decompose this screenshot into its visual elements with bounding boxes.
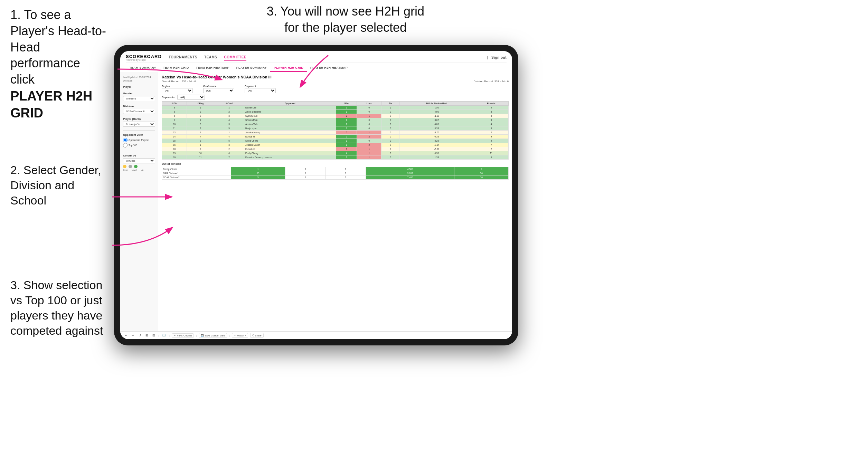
nav-pipe: |: [487, 56, 488, 59]
tab-player-h2h-heatmap[interactable]: PLAYER H2H HEATMAP: [307, 64, 351, 72]
table-row: 5 2 2 Alexis Sudjianto 1 0 0 4.00 3: [162, 110, 509, 114]
nav-committee[interactable]: COMMITTEE: [224, 54, 247, 61]
col-opponent: Opponent: [244, 102, 336, 106]
grid-subtitle: Overall Record: 353 - 34 - 6 Division Re…: [162, 80, 509, 83]
cell-tie: 0: [381, 147, 399, 151]
cell-reg: 2: [187, 110, 214, 114]
nav-teams[interactable]: TEAMS: [204, 54, 217, 61]
cell-diff: 3.33: [399, 126, 474, 131]
cell-opponent: Andrea York: [244, 122, 336, 126]
cell-reg: 7: [187, 135, 214, 139]
share-btn[interactable]: ⬡ Share: [250, 333, 264, 338]
conference-select[interactable]: (All): [203, 88, 234, 93]
cell-diff: 3.25: [399, 139, 474, 143]
player-rank-select[interactable]: 8. Katelyn Vo: [123, 122, 155, 127]
nav-right: | Sign out: [487, 54, 507, 61]
opponent-select[interactable]: (All): [245, 88, 276, 93]
clock-btn[interactable]: 🕐: [161, 333, 167, 337]
opponents-select[interactable]: (All): [177, 95, 205, 100]
watch-btn[interactable]: 👁 Watch ▾: [232, 333, 248, 338]
cell-rounds: 2: [474, 131, 509, 135]
cell-opponent: Euna Lee: [244, 147, 336, 151]
cell-rounds: 4: [474, 139, 509, 143]
bottom-instructions: 2. Select Gender, Division and School 3.…: [0, 162, 114, 349]
tab-team-h2h-heatmap[interactable]: TEAM H2H HEATMAP: [192, 64, 233, 72]
cell-diff: -0.94: [399, 143, 474, 147]
cell-conf: 5: [214, 126, 244, 131]
cell-opponent: Stella Cheng: [244, 139, 336, 143]
cell-div: 20: [162, 155, 187, 160]
colour-select[interactable]: Win/loss: [123, 158, 155, 163]
tab-team-h2h-grid[interactable]: TEAM H2H GRID: [160, 64, 192, 72]
cell-div: 5: [162, 110, 187, 114]
undo-btn[interactable]: ↩: [124, 333, 129, 337]
tab-player-h2h-grid[interactable]: PLAYER H2H GRID: [270, 64, 307, 72]
table-row: 10 6 3 Andrea York 2 0 0 4.00 4: [162, 122, 509, 126]
cell-diff: -1.00: [399, 114, 474, 118]
out-div-rounds: 10: [454, 175, 509, 180]
radio-top100-input[interactable]: [123, 143, 128, 147]
cell-reg: 3: [187, 114, 214, 118]
cell-conf: 4: [214, 118, 244, 122]
division-select[interactable]: NCAA Division III NCAA Division I NCAA D…: [123, 109, 155, 114]
sidebar: Last Updated: 27/03/2024 16:55:38 Player…: [120, 72, 158, 331]
cell-div: 10: [162, 122, 187, 126]
tab-team-summary[interactable]: TEAM SUMMARY: [126, 64, 160, 72]
out-div-diff: 4.500: [366, 167, 454, 171]
cell-tie: 0: [381, 110, 399, 114]
h2h-table: # Div # Reg # Conf Opponent Win Loss Tie…: [162, 101, 509, 160]
cell-div: 6: [162, 114, 187, 118]
nav-tournaments[interactable]: TOURNAMENTS: [169, 54, 197, 61]
cell-rounds: 2: [474, 147, 509, 151]
colour-dots: [123, 165, 155, 168]
col-div: # Div: [162, 102, 187, 106]
cell-loss: 0: [357, 110, 381, 114]
division-label: Division: [123, 105, 155, 108]
redo-btn[interactable]: ↩: [131, 333, 135, 337]
cell-tie: 0: [381, 122, 399, 126]
cell-loss: 1: [357, 114, 381, 118]
col-reg: # Reg: [187, 102, 214, 106]
table-row: 11 2 5 Heejo Hyun 1 0 0 3.33 3: [162, 126, 509, 131]
out-div-loss: 0: [285, 175, 326, 180]
cell-win: 0: [336, 114, 357, 118]
opponent-view-section: Opponent view Opponents Played Top 100: [123, 133, 155, 147]
colour-section: Colour by Win/loss Down Level Up: [123, 154, 155, 171]
gender-select[interactable]: Women's Men's: [123, 96, 155, 101]
out-div-row: Foreign Team 1 0 0 4.500 2: [162, 167, 509, 171]
cell-reg: 10: [187, 151, 214, 155]
out-div-team: Foreign Team: [162, 167, 231, 171]
cell-reg: 2: [187, 126, 214, 131]
cell-win: 1: [336, 143, 357, 147]
table-row: 15 8 5 Stella Cheng 1 0 0 3.25 4: [162, 139, 509, 143]
cell-win: 4: [336, 151, 357, 155]
cell-reg: 2: [187, 147, 214, 151]
sign-out[interactable]: Sign out: [491, 54, 507, 61]
cell-diff: 0.38: [399, 135, 474, 139]
copy-btn[interactable]: ⊞: [144, 333, 149, 337]
cell-conf: 6: [214, 151, 244, 155]
radio-opponents-played[interactable]: Opponents Played: [123, 138, 155, 142]
cell-tie: 0: [381, 155, 399, 160]
save-custom-btn[interactable]: 💾 Save Custom View: [199, 333, 227, 338]
opponents-row: Opponents: (All): [162, 95, 509, 100]
col-rounds: Rounds: [474, 102, 509, 106]
player-section: Player: [123, 85, 155, 88]
cell-diff: 4.00: [399, 110, 474, 114]
table-row: 9 1 4 Sharon Mun 1 0 0 3.67 3: [162, 118, 509, 122]
cell-diff: 4.00: [399, 122, 474, 126]
tab-player-summary[interactable]: PLAYER SUMMARY: [233, 64, 271, 72]
cell-win: 1: [336, 110, 357, 114]
cell-win: 2: [336, 122, 357, 126]
cell-conf: 3: [214, 143, 244, 147]
undo2-btn[interactable]: ↺: [138, 333, 142, 337]
radio-top100[interactable]: Top 100: [123, 143, 155, 147]
view-original-btn[interactable]: 👁 View: Original: [172, 333, 194, 338]
cell-reg: 1: [187, 118, 214, 122]
radio-opponents-played-input[interactable]: [123, 138, 128, 142]
region-select[interactable]: (All): [162, 88, 193, 93]
out-div-loss: 0: [285, 167, 326, 171]
paste-btn[interactable]: ⊡: [151, 333, 156, 337]
cell-loss: 1: [357, 155, 381, 160]
cell-conf: 5: [214, 139, 244, 143]
